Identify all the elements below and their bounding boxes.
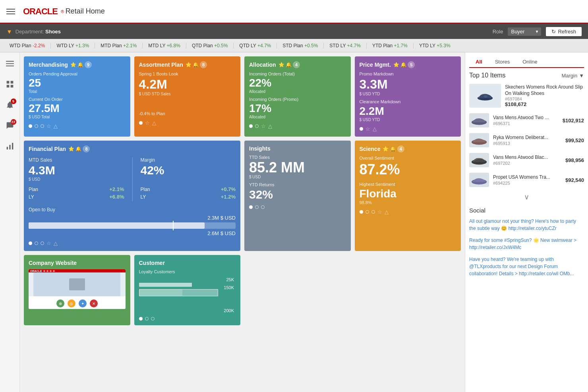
role-label: Role (493, 29, 503, 35)
otb-bar (29, 222, 236, 229)
indicator-dot-2 (366, 210, 369, 214)
indicator-dot-3 (261, 205, 265, 209)
indicator-star: ☆ (46, 240, 51, 246)
stat-qtd-ly[interactable]: QTD LY +4.7% (234, 43, 277, 48)
top10-title: Top 10 Items (469, 72, 506, 79)
item-image-1 (469, 113, 489, 127)
item-name-4: Propet USA Womens Tra... (493, 174, 561, 181)
orders-sub: Total (29, 89, 126, 94)
science-title: Science (360, 146, 381, 152)
stat-ytd-ly[interactable]: YTD LY +5.3% (414, 43, 456, 48)
indicator-tri: △ (54, 123, 58, 129)
stats-bar: WTD Plan -2.2% WTD LY +1.3% MTD Plan +2.… (0, 39, 588, 52)
allocation-stars: ⭐ 🔔 4 (279, 61, 300, 68)
ttd-value: 85.2 MM (249, 160, 346, 175)
top-item-3[interactable]: Vans Mens Atwood Blac... #697202 $98,956 (469, 153, 584, 167)
otb-value1: 2.3M $ USD (29, 215, 236, 221)
show-more-button[interactable]: ∨ (469, 193, 584, 201)
top-item-featured[interactable]: Skechers Womens Rock Around Slip On Walk… (469, 84, 584, 108)
stat-std-plan[interactable]: STD Plan +0.5% (277, 43, 324, 48)
main-content: 5 22 Merchandising ⭐ 🔔 9 Orders Pending … (0, 52, 588, 392)
left-sidebar: 5 22 (0, 52, 20, 392)
stat-std-ly[interactable]: STD LY +4.7% (324, 43, 367, 48)
website-header: ORACLE (29, 269, 126, 272)
hamburger-button[interactable] (6, 7, 15, 16)
indicator-dot-3 (151, 317, 155, 321)
website-icon-green: ⊕ (56, 299, 64, 307)
svg-rect-8 (9, 145, 10, 150)
social-item-1[interactable]: All out glamour not your thing? Here's h… (469, 218, 584, 232)
otb-bar-fill (29, 222, 205, 229)
filter-area[interactable]: ▼ Department: Shoes (6, 28, 61, 35)
svg-point-11 (484, 95, 487, 98)
indicator-dot-1 (139, 317, 143, 321)
fin-plan-inner: MTD Sales 4.3M $ USD Plan +2.1% LY +6.8%… (29, 157, 236, 201)
indicator-dot-1 (360, 127, 363, 131)
top-item-2[interactable]: Ryka Womens Deliberat... #695913 $99,520 (469, 133, 584, 147)
svg-rect-1 (6, 63, 14, 64)
stat-ytd-plan[interactable]: YTD Plan +1.7% (367, 43, 414, 48)
nav-dot-4 (53, 270, 55, 272)
incoming-value: 22% (249, 77, 346, 89)
item-info-2: Ryka Womens Deliberat... #695913 (493, 135, 561, 146)
role-dropdown[interactable]: BuyerManagerAdmin (508, 27, 541, 36)
top-item-4[interactable]: Propet USA Womens Tra... #694225 $92,540 (469, 173, 584, 187)
allocation-card[interactable]: Allocation ⭐ 🔔 4 Incoming Orders (Total)… (244, 56, 351, 137)
ytd-label: YTD Returns (249, 182, 346, 187)
website-image-placeholder (33, 272, 120, 296)
financial-plan-card[interactable]: Financial Plan ⭐ 🔔 8 MTD Sales 4.3M $ US… (24, 141, 240, 251)
oracle-reg-symbol: ® (61, 9, 64, 14)
company-website-card[interactable]: Company Website ORACLE ⊕ ◎ (24, 255, 130, 325)
incoming-label: Incoming Orders (Total) (249, 71, 346, 76)
price-mgmt-card[interactable]: Price Mgmt. ⭐ 🔔 5 Promo Markdown 3.3M $ … (355, 56, 461, 137)
plan-label: Plan (29, 187, 38, 192)
social-title: Social (469, 207, 584, 214)
indicator-star: ☆ (366, 126, 370, 132)
science-card[interactable]: Science ⭐ 🔔 4 Overall Sentiment 87.2% Hi… (355, 141, 461, 251)
indicator-dot-1 (249, 205, 253, 209)
social-item-2[interactable]: Ready for some #SpringSun? 🌟 New swimwea… (469, 237, 584, 251)
stat-mtd-ly[interactable]: MTD LY +6.8% (143, 43, 186, 48)
tab-stores[interactable]: Stores (489, 56, 516, 68)
social-item-3[interactable]: Have you heard? We're teaming up with @T… (469, 256, 584, 277)
sidebar-chat-icon[interactable]: 22 (3, 118, 17, 133)
indicator-dot-2 (35, 241, 38, 245)
stat-wtd-ly[interactable]: WTD LY +1.3% (51, 43, 95, 48)
tab-online[interactable]: Online (516, 56, 544, 68)
overall-label: Overall Sentiment (360, 156, 456, 160)
price-stars: ⭐ 🔔 5 (393, 61, 415, 68)
indicator-dot-3 (41, 124, 44, 128)
indicator-dot-2 (35, 124, 38, 128)
insights-card[interactable]: Insights TTD Sales 85.2 MM $ USD YTD Ret… (244, 141, 351, 251)
sidebar-menu-icon[interactable] (3, 56, 17, 71)
stat-mtd-plan[interactable]: MTD Plan +2.1% (95, 43, 143, 48)
tab-all[interactable]: All (469, 56, 489, 68)
customer-card[interactable]: Customer Loyalty Customers 25K 150K 200K (134, 255, 241, 325)
stat-qtd-plan[interactable]: QTD Plan +0.5% (186, 43, 234, 48)
customer-title: Customer (139, 260, 165, 266)
sidebar-grid-icon[interactable] (3, 77, 17, 91)
current-value: 27.5M (29, 102, 126, 115)
margin-ly-label: LY (141, 194, 146, 200)
right-toolbar: Role BuyerManagerAdmin ▼ ↻ Refresh (493, 27, 582, 36)
item-info-featured: Skechers Womens Rock Around Slip On Walk… (505, 84, 584, 107)
stat-wtd-plan[interactable]: WTD Plan -2.2% (4, 43, 51, 48)
website-icon-blue: ✦ (79, 299, 87, 307)
refresh-button[interactable]: ↻ Refresh (546, 27, 582, 36)
margin-label: Margin (141, 157, 236, 163)
mtd-value: 4.3M (29, 164, 124, 177)
website-icon-row: ⊕ ◎ ✦ ✕ (29, 298, 126, 309)
merchandising-card[interactable]: Merchandising ⭐ 🔔 9 Orders Pending Appro… (24, 56, 130, 137)
promo-value: 17% (249, 102, 346, 115)
item-name-3: Vans Mens Atwood Blac... (493, 154, 561, 161)
indicator-star: ☆ (377, 209, 382, 215)
margin-ly-row: LY +1.2% (141, 194, 236, 200)
sidebar-bell-icon[interactable]: 5 (3, 98, 17, 112)
top-item-1[interactable]: Vans Mens Atwood Two ... #696371 $102,91… (469, 113, 584, 127)
top10-sort[interactable]: Margin ▼ (561, 73, 584, 79)
indicator-tri: △ (54, 240, 58, 246)
assortment-card[interactable]: Assortment Plan ⭐ 🔔 8 Spring 1 Boots Loo… (134, 56, 241, 137)
sidebar-chart-icon[interactable] (3, 139, 17, 153)
website-img-inner (69, 278, 85, 290)
item-sku-2: #695913 (493, 141, 561, 146)
